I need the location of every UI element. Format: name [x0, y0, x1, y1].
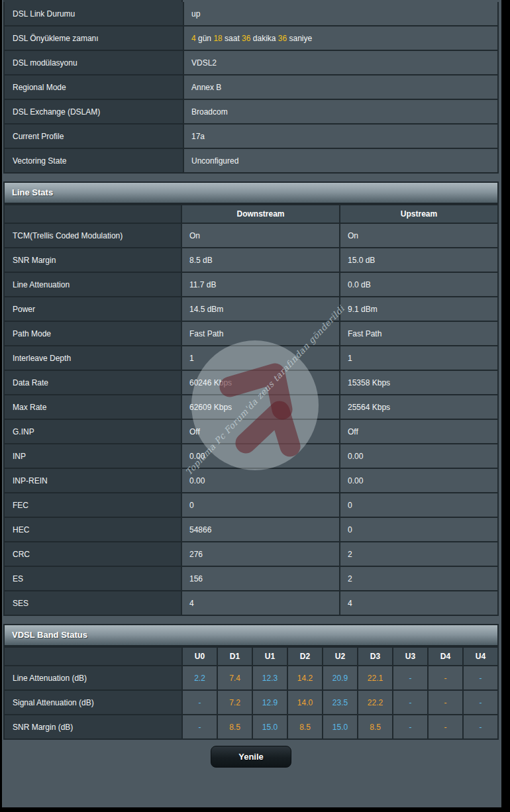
vdsl-band-column-header: D4 [428, 647, 463, 666]
line-stats-row-label: INP-REIN [4, 468, 181, 493]
vdsl-band-section-header: VDSL Band Status [3, 624, 499, 646]
line-stats-row: Data Rate60246 Kbps15358 Kbps [4, 370, 498, 395]
line-stats-upstream-value: 0.0 dB [340, 272, 498, 297]
vdsl-band-value: - [428, 690, 463, 715]
line-stats-row: Max Rate62609 Kbps25564 Kbps [4, 395, 498, 419]
line-stats-row: TCM(Trellis Coded Modulation)OnOn [4, 223, 498, 248]
info-row: DSL Exchange (DSLAM)Broadcom [4, 99, 498, 124]
uptime-unit: dakika [250, 34, 278, 43]
line-stats-row: Line Attenuation11.7 dB0.0 dB [4, 272, 498, 297]
line-stats-columns: DownstreamUpstream [4, 205, 498, 223]
info-row-value: Broadcom [183, 99, 498, 124]
line-stats-corner-cell [4, 205, 181, 223]
line-stats-row-label: SNR Margin [4, 248, 181, 272]
vdsl-band-value: 15.0 [323, 715, 358, 739]
line-stats-row-label: Power [4, 297, 181, 321]
vdsl-band-column-header: D3 [358, 647, 393, 666]
line-stats-upstream-value: 15.0 dB [340, 248, 498, 272]
info-row-label: Vectoring State [4, 148, 183, 173]
line-stats-upstream-value: 15358 Kbps [340, 370, 498, 395]
vdsl-band-row: SNR Margin (dB)-8.515.08.515.08.5--- [4, 715, 498, 739]
vdsl-band-column-header: U2 [323, 647, 358, 666]
line-stats-downstream-value: 276 [181, 542, 340, 566]
vdsl-band-value: 7.4 [217, 666, 252, 690]
info-row: Current Profile17a [4, 124, 498, 148]
uptime-number: 36 [242, 34, 250, 43]
vdsl-band-value: 22.1 [358, 666, 393, 690]
status-page: DSL Link DurumuupDSL Önyükleme zamanı4 g… [2, 0, 501, 807]
line-stats-downstream-value: 11.7 dB [181, 272, 340, 297]
uptime-number: 18 [213, 34, 222, 43]
dsl-info-table-body: DSL Link DurumuupDSL Önyükleme zamanı4 g… [4, 1, 498, 173]
line-stats-section-header: Line Stats [3, 181, 499, 204]
line-stats-column-header: Upstream [340, 205, 498, 223]
vdsl-band-value: 8.5 [287, 715, 323, 739]
line-stats-row-label: Path Mode [4, 321, 181, 346]
info-row: Vectoring StateUnconfigured [4, 148, 498, 173]
vdsl-band-value: 20.9 [323, 666, 358, 690]
line-stats-row: G.INPOffOff [4, 419, 498, 444]
vdsl-band-value: - [428, 666, 463, 690]
line-stats-upstream-value: 9.1 dBm [340, 297, 498, 321]
line-stats-row-label: FEC [4, 493, 181, 517]
vdsl-band-column-header: U3 [393, 647, 428, 666]
button-row: Yenile [3, 746, 499, 768]
vdsl-band-value: - [182, 715, 217, 739]
vdsl-band-value: 22.2 [358, 690, 393, 715]
info-row: Regional ModeAnnex B [4, 75, 498, 99]
line-stats-row: CRC2762 [4, 542, 498, 566]
line-stats-downstream-value: 8.5 dB [181, 248, 340, 272]
line-stats-row: Path ModeFast PathFast Path [4, 321, 498, 346]
vdsl-band-value: - [393, 715, 428, 739]
line-stats-row-label: ES [4, 566, 181, 591]
vdsl-band-value: - [463, 690, 498, 715]
line-stats-row-label: INP [4, 444, 181, 468]
line-stats-downstream-value: 0 [181, 493, 340, 517]
info-row-value: 4 gün 18 saat 36 dakika 36 saniye [183, 26, 498, 50]
line-stats-downstream-value: Fast Path [181, 321, 340, 346]
line-stats-row: Interleave Depth11 [4, 346, 498, 370]
line-stats-row-label: Interleave Depth [4, 346, 181, 370]
info-row-label: DSL Exchange (DSLAM) [4, 99, 183, 124]
vdsl-band-value: - [463, 666, 498, 690]
vdsl-band-value: - [393, 666, 428, 690]
line-stats-row: SES44 [4, 591, 498, 615]
vdsl-band-value: - [463, 715, 498, 739]
line-stats-downstream-value: 1 [181, 346, 340, 370]
cutoff-row-partial [3, 0, 499, 2]
info-row-label: DSL modülasyonu [4, 50, 183, 75]
line-stats-downstream-value: 54866 [181, 517, 340, 542]
uptime-unit: saniye [287, 34, 312, 43]
line-stats-upstream-value: 4 [340, 591, 498, 615]
uptime-unit: gün [196, 34, 214, 43]
vdsl-band-row: Line Attenuation (dB)2.27.412.314.220.92… [4, 666, 498, 690]
line-stats-row-label: Line Attenuation [4, 272, 181, 297]
refresh-button[interactable]: Yenile [211, 746, 291, 768]
line-stats-header-row: DownstreamUpstream [4, 205, 498, 223]
line-stats-upstream-value: 2 [340, 566, 498, 591]
line-stats-upstream-value: 0.00 [340, 468, 498, 493]
vdsl-band-value: 14.0 [287, 690, 323, 715]
vdsl-band-value: 14.2 [287, 666, 323, 690]
info-row-value: up [183, 1, 498, 26]
vdsl-band-corner-cell [4, 647, 182, 666]
line-stats-upstream-value: Off [340, 419, 498, 444]
vdsl-band-column-header: U1 [252, 647, 287, 666]
dsl-info-table: DSL Link DurumuupDSL Önyükleme zamanı4 g… [3, 1, 499, 174]
vdsl-band-row-label: Line Attenuation (dB) [4, 666, 182, 690]
vdsl-band-row-label: SNR Margin (dB) [4, 715, 182, 739]
info-row-label: Regional Mode [4, 75, 183, 99]
line-stats-row: INP0.000.00 [4, 444, 498, 468]
line-stats-downstream-value: 4 [181, 591, 340, 615]
vdsl-band-column-header: D2 [287, 647, 323, 666]
line-stats-upstream-value: Fast Path [340, 321, 498, 346]
line-stats-row: HEC548660 [4, 517, 498, 542]
line-stats-upstream-value: 0.00 [340, 444, 498, 468]
line-stats-upstream-value: 2 [340, 542, 498, 566]
vdsl-band-column-header: D1 [217, 647, 252, 666]
line-stats-row: ES1562 [4, 566, 498, 591]
line-stats-table-body: TCM(Trellis Coded Modulation)OnOnSNR Mar… [4, 223, 498, 615]
line-stats-downstream-value: On [181, 223, 340, 248]
vdsl-band-value: 2.2 [182, 666, 217, 690]
vdsl-band-value: 12.9 [252, 690, 287, 715]
